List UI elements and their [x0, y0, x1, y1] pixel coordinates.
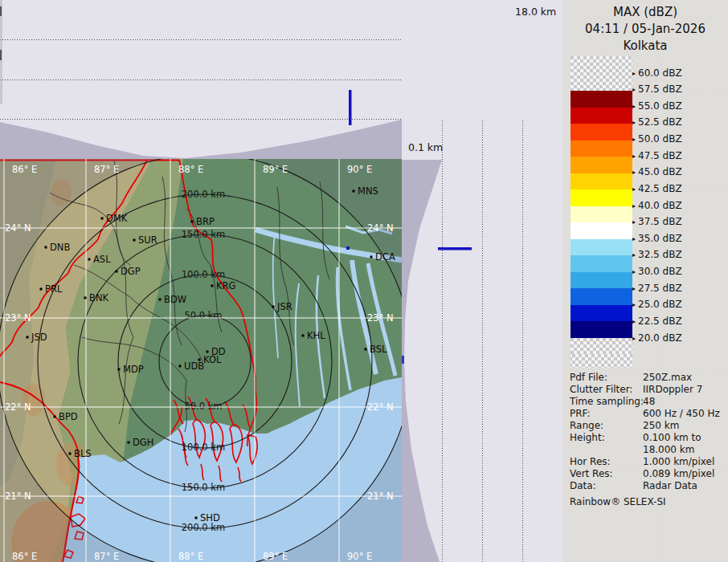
- station-label-BDW: BDW: [164, 294, 186, 305]
- range-ring-label: 50.0 km: [184, 401, 222, 412]
- metadata-row: Vert Res:0.089 km/pixel: [562, 468, 728, 480]
- station-marker-BLS: [69, 453, 72, 455]
- legend-entry: ▸42.5 dBZ: [632, 183, 682, 194]
- legend-entry: ▸52.5 dBZ: [632, 116, 682, 128]
- station-label-DCA: DCA: [375, 251, 395, 263]
- radar-map-image: 50.0 km50.0 km100.0 km100.0 km150.0 km15…: [0, 159, 402, 562]
- metadata-row: Data:Radar Data: [562, 480, 728, 492]
- height-axis-tick: [0, 50, 2, 60]
- metadata-value: 0.100 km to: [643, 432, 701, 443]
- station-marker-BPD: [54, 416, 56, 418]
- legend-tick-arrow-icon: ▸: [632, 218, 636, 226]
- legend-entry: ▸37.5 dBZ: [632, 216, 682, 227]
- legend-tick-arrow-icon: ▸: [632, 86, 636, 93]
- radar-echo-cell: [346, 246, 350, 250]
- station-marker-DGP: [116, 271, 118, 273]
- latitude-label-left: 21° N: [5, 491, 31, 502]
- legend-entry: ▸35.0 dBZ: [632, 233, 682, 244]
- metadata-label: Data:: [570, 480, 596, 491]
- legend-swatch: [571, 206, 632, 223]
- metadata-label: Clutter Filter:: [570, 384, 632, 395]
- station-label-PRL: PRL: [45, 283, 63, 295]
- legend-entry: ▸20.0 dBZ: [632, 332, 682, 344]
- metadata-row: Pdf File:250Z.max: [562, 372, 728, 384]
- legend-tick-arrow-icon: ▸: [632, 153, 636, 160]
- legend-entry: ▸40.0 dBZ: [632, 200, 682, 211]
- range-ring-label: 150.0 km: [182, 482, 225, 493]
- legend-swatch: [571, 305, 632, 322]
- station-label-ASL: ASL: [93, 254, 111, 265]
- longitude-label-bottom: 86° E: [12, 551, 37, 562]
- legend-entry-label: 32.5 dBZ: [638, 249, 682, 260]
- station-label-DGH: DGH: [133, 437, 153, 448]
- metadata-row: Range:250 km: [562, 420, 728, 432]
- metadata-label: Pdf File:: [570, 372, 607, 383]
- legend-entry: ▸22.5 dBZ: [632, 316, 682, 327]
- latitude-label-left: 23° N: [5, 312, 31, 324]
- radar-product-screen: { "header": { "product": "MAX (dBZ)", "d…: [0, 0, 728, 562]
- station-marker-DD: [207, 351, 209, 353]
- legend-swatch-transparent: [571, 56, 632, 91]
- latitude-label-left: 22° N: [5, 401, 31, 413]
- station-marker-BDW: [159, 299, 162, 301]
- station-marker-JSR: [272, 306, 275, 308]
- metadata-label: Hor Res:: [570, 456, 611, 467]
- longitude-label-top: 88° E: [178, 164, 203, 175]
- software-credit: Rainbow® SELEX-SI: [570, 496, 666, 507]
- longitude-label-bottom: 87° E: [94, 551, 119, 562]
- radar-echo-ground: [402, 356, 404, 364]
- longitude-label-top: 86° E: [12, 164, 37, 175]
- top-cross-section-plot: [0, 0, 402, 159]
- station-marker-MNS: [353, 190, 355, 193]
- right-cross-section-panel: [402, 0, 562, 562]
- range-ring-label: 200.0 km: [182, 189, 225, 200]
- legend-tick-arrow-icon: ▸: [632, 285, 636, 292]
- legend-swatch: [571, 108, 632, 124]
- legend-swatch: [571, 288, 632, 305]
- legend-swatch: [571, 173, 632, 190]
- legend-entry-label: 57.5 dBZ: [638, 83, 682, 95]
- station-label-JSR: JSR: [276, 301, 292, 312]
- station-marker-SHD: [195, 517, 198, 519]
- legend-entry-label: 50.0 dBZ: [638, 133, 682, 145]
- station-label-SHD: SHD: [200, 512, 220, 523]
- metadata-value: 0.089 km/pixel: [643, 468, 714, 479]
- legend-swatch: [571, 91, 632, 108]
- legend-tick-arrow-icon: ▸: [632, 318, 636, 325]
- legend-entry: ▸50.0 dBZ: [632, 133, 682, 145]
- longitude-label-bottom: 89° E: [263, 551, 288, 562]
- legend-entry: ▸47.5 dBZ: [632, 150, 682, 161]
- legend-entry-label: 22.5 dBZ: [638, 316, 682, 327]
- station-label-MNS: MNS: [358, 185, 378, 197]
- metadata-label: Vert Res:: [570, 468, 613, 479]
- station-marker-JSD: [27, 336, 29, 339]
- station-marker-BSL: [365, 348, 367, 351]
- station-label-DMK: DMK: [106, 213, 128, 224]
- station-label-KRG: KRG: [216, 280, 235, 291]
- station-label-BPD: BPD: [59, 411, 78, 422]
- legend-tick-arrow-icon: ▸: [632, 335, 636, 342]
- range-ring-label: 100.0 km: [182, 442, 225, 453]
- legend-entry: ▸27.5 dBZ: [632, 283, 682, 294]
- metadata-value: 18.000 km: [643, 444, 694, 455]
- latitude-label-right: 24° N: [367, 222, 394, 234]
- metadata-value: IIRDoppler 7: [643, 384, 702, 395]
- legend-tick-arrow-icon: ▸: [632, 103, 636, 110]
- legend-tick-arrow-icon: ▸: [632, 202, 636, 210]
- height-axis-tick: [0, 6, 2, 16]
- station-label-BSL: BSL: [370, 344, 387, 355]
- beam-coverage-envelope: [402, 160, 442, 562]
- metadata-row: PRF:600 Hz / 450 Hz: [562, 408, 728, 420]
- station-marker-DCA: [370, 256, 373, 259]
- legend-tick-arrow-icon: ▸: [632, 268, 636, 275]
- legend-entry-label: 25.0 dBZ: [638, 299, 682, 310]
- metadata-row: Time sampling:48: [562, 396, 728, 408]
- legend-entry-label: 37.5 dBZ: [638, 216, 682, 227]
- legend-tick-arrow-icon: ▸: [632, 251, 636, 259]
- legend-entry-label: 35.0 dBZ: [638, 233, 682, 244]
- legend-swatch: [571, 239, 632, 256]
- legend-swatch: [571, 157, 632, 173]
- min-height-label: 0.1 km: [408, 141, 443, 153]
- legend-swatch: [571, 189, 632, 206]
- longitude-label-bottom: 90° E: [347, 551, 372, 562]
